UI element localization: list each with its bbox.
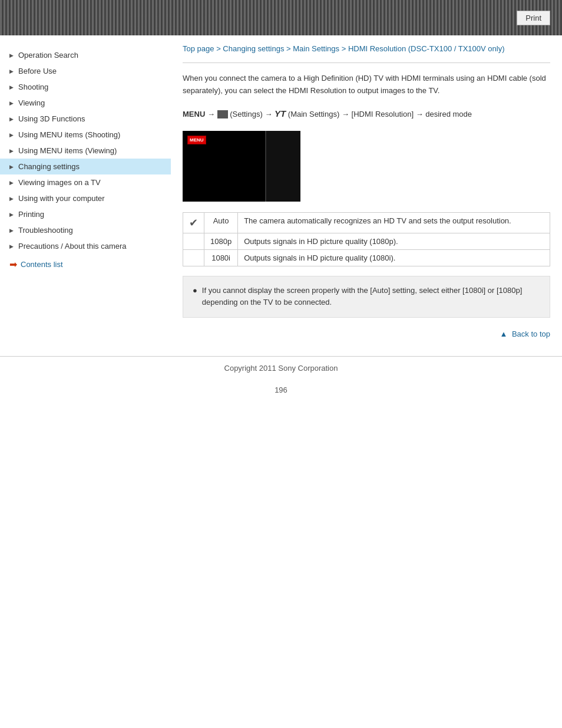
sidebar-item-operation-search[interactable]: ▶ Operation Search [0,47,171,63]
note-bullet: ● If you cannot display the screen prope… [193,285,540,309]
sidebar-item-label: Using 3D Functions [18,114,85,123]
print-button[interactable]: Print [517,11,550,25]
description-1080i: Outputs signals in HD picture quality (1… [238,249,550,266]
breadcrumb-current: HDMI Resolution (DSC-TX100 / TX100V only… [348,44,505,53]
sidebar-item-troubleshooting[interactable]: ▶ Troubleshooting [0,222,171,238]
back-to-top: ▲ Back to top [183,330,550,338]
sidebar: ▶ Operation Search ▶ Before Use ▶ Shooti… [0,41,171,356]
sidebar-item-label: Operation Search [18,51,78,60]
sidebar-item-menu-viewing[interactable]: ▶ Using MENU items (Viewing) [0,143,171,159]
right-arrow-icon: ➡ [9,259,17,270]
sidebar-item-label: Using MENU items (Shooting) [18,130,120,139]
contents-list-label: Contents list [21,260,63,269]
footer: Copyright 2011 Sony Corporation [0,356,562,380]
sidebar-item-label: Viewing images on a TV [18,178,101,187]
arrow2: → [265,110,275,118]
sidebar-item-label: Changing settings [18,162,80,171]
main-layout: ▶ Operation Search ▶ Before Use ▶ Shooti… [0,35,562,356]
note-box: ● If you cannot display the screen prope… [183,276,550,318]
arrow-icon: ▶ [9,52,14,58]
sidebar-item-before-use[interactable]: ▶ Before Use [0,63,171,79]
desired-mode-label: desired mode [425,110,472,118]
content-area: Top page > Changing settings > Main Sett… [171,41,562,356]
camera-right-panel [265,131,300,202]
menu-label: MENU [183,110,205,118]
arrow1: → [207,110,217,118]
sidebar-item-changing-settings[interactable]: ▶ Changing settings [0,159,171,174]
arrow4: → [416,110,426,118]
sidebar-item-label: Using with your computer [18,194,105,203]
sidebar-item-viewing-tv[interactable]: ▶ Viewing images on a TV [0,174,171,190]
mode-auto: Auto [204,212,238,233]
arrow-icon: ▶ [9,164,14,170]
yt-icon: ΥΤ [275,108,286,118]
triangle-icon: ▲ [500,330,507,338]
table-row: ✔ Auto The camera automatically recogniz… [183,212,550,233]
note-text: If you cannot display the screen properl… [202,285,540,309]
main-settings-label: (Main Settings) [288,110,339,118]
camera-screenshot: MENU [183,131,300,202]
breadcrumb-top[interactable]: Top page [183,44,214,53]
arrow-icon: ▶ [9,212,14,218]
sidebar-item-label: Using MENU items (Viewing) [18,146,117,155]
mode-1080i: 1080i [204,249,238,266]
check-icon: ✔ [183,212,204,233]
contents-list-link[interactable]: ➡ Contents list [0,254,171,275]
back-to-top-link[interactable]: ▲ Back to top [500,330,550,338]
arrow3: → [342,110,352,118]
description-auto: The camera automatically recognizes an H… [238,212,550,233]
sidebar-item-using-computer[interactable]: ▶ Using with your computer [0,190,171,206]
table-row: 1080i Outputs signals in HD picture qual… [183,249,550,266]
arrow-icon: ▶ [9,243,14,249]
page-number: 196 [0,380,562,406]
settings-icon [217,110,228,118]
arrow-icon: ▶ [9,196,14,202]
bullet-icon: ● [193,285,197,297]
sidebar-item-precautions[interactable]: ▶ Precautions / About this camera [0,238,171,254]
sidebar-item-label: Troubleshooting [18,226,73,235]
arrow-icon: ▶ [9,84,14,90]
breadcrumb-sep: > [216,44,223,53]
sidebar-item-viewing[interactable]: ▶ Viewing [0,95,171,111]
sidebar-item-label: Before Use [18,67,57,75]
description-1080p: Outputs signals in HD picture quality (1… [238,233,550,249]
header-bar: Print [0,0,562,35]
table-row: 1080p Outputs signals in HD picture qual… [183,233,550,249]
arrow-icon: ▶ [9,148,14,154]
breadcrumb-sep2: > [286,44,293,53]
breadcrumb-main-settings[interactable]: Main Settings [293,44,339,53]
menu-path: MENU → (Settings) → ΥΤ (Main Settings) →… [183,106,550,121]
sidebar-item-printing[interactable]: ▶ Printing [0,206,171,222]
sidebar-item-label: Precautions / About this camera [18,242,127,251]
arrow-icon: ▶ [9,132,14,138]
back-to-top-label: Back to top [512,330,550,338]
arrow-icon: ▶ [9,100,14,106]
empty-check [183,233,204,249]
arrow-icon: ▶ [9,68,14,74]
sidebar-item-3d-functions[interactable]: ▶ Using 3D Functions [0,111,171,127]
intro-text: When you connect the camera to a High De… [183,73,550,97]
sidebar-item-label: Printing [18,210,44,219]
empty-check [183,249,204,266]
sidebar-item-menu-shooting[interactable]: ▶ Using MENU items (Shooting) [0,127,171,143]
breadcrumb: Top page > Changing settings > Main Sett… [183,41,550,53]
arrow-icon: ▶ [9,228,14,233]
sidebar-item-shooting[interactable]: ▶ Shooting [0,79,171,95]
mode-1080p: 1080p [204,233,238,249]
settings-label: (Settings) [230,110,263,118]
copyright-text: Copyright 2011 Sony Corporation [224,364,338,373]
arrow-icon: ▶ [9,116,14,122]
divider [183,62,550,63]
sidebar-item-label: Viewing [18,98,45,107]
arrow-icon: ▶ [9,180,14,186]
sidebar-item-label: Shooting [18,83,48,91]
resolution-table: ✔ Auto The camera automatically recogniz… [183,212,550,266]
hdmi-resolution-label: [HDMI Resolution] [352,110,414,118]
breadcrumb-changing-settings[interactable]: Changing settings [223,44,284,53]
menu-button-icon: MENU [187,136,206,144]
breadcrumb-sep3: > [342,44,348,53]
